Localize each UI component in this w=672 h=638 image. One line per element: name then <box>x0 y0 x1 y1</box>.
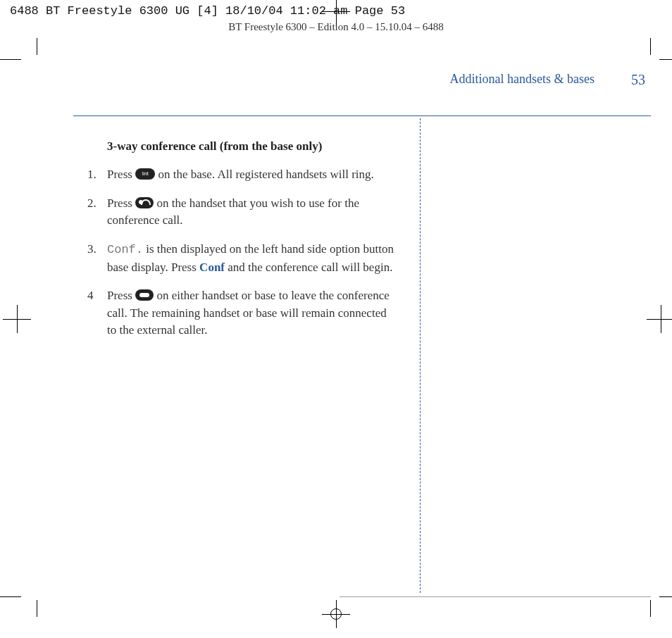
crop-mark <box>650 38 651 55</box>
crop-mark <box>659 59 672 60</box>
step-text: Press on the base. All registered handse… <box>107 166 397 184</box>
step-number: 2. <box>87 195 107 230</box>
step-text: Conf. is then displayed on the left hand… <box>107 241 397 276</box>
step-text: Press on the handset that you wish to us… <box>107 195 397 230</box>
crop-mark <box>659 596 672 597</box>
footer-rule <box>340 596 651 597</box>
left-column: 3-way conference call (from the base onl… <box>87 118 397 351</box>
registration-mark-icon <box>3 305 31 333</box>
crop-mark <box>37 38 37 55</box>
edition-line: BT Freestyle 6300 – Edition 4.0 – 15.10.… <box>0 21 672 33</box>
end-call-icon <box>135 289 154 301</box>
step-number: 3. <box>87 241 107 276</box>
int-button-icon <box>135 168 155 180</box>
step: 2. Press on the handset that you wish to… <box>87 195 397 230</box>
crop-mark <box>37 600 37 617</box>
page-number: 53 <box>631 72 645 88</box>
crop-mark <box>0 59 21 60</box>
header-rule <box>73 115 651 116</box>
softkey-label: Conf <box>199 261 225 274</box>
int-handset-icon <box>135 197 154 208</box>
column-divider <box>420 118 421 593</box>
registration-mark-icon <box>322 600 350 628</box>
crop-mark <box>650 600 651 617</box>
step-text: Press on either handset or base to leave… <box>107 287 397 339</box>
section-title: Additional handsets & bases <box>450 72 595 87</box>
step: 1. Press on the base. All registered han… <box>87 166 397 184</box>
display-text: Conf. <box>107 243 143 256</box>
crop-mark <box>0 596 21 597</box>
imposition-info: 6488 BT Freestyle 6300 UG [4] 18/10/04 1… <box>10 4 405 18</box>
step-number: 1. <box>87 166 107 184</box>
page-body: Additional handsets & bases 53 3-way con… <box>37 59 651 597</box>
step: 4 Press on either handset or base to lea… <box>87 287 397 339</box>
page-header: Additional handsets & bases 53 <box>37 59 651 100</box>
subsection-heading: 3-way conference call (from the base onl… <box>107 139 397 154</box>
step-number: 4 <box>87 287 107 339</box>
step: 3. Conf. is then displayed on the left h… <box>87 241 397 276</box>
content-area: 3-way conference call (from the base onl… <box>62 118 651 593</box>
